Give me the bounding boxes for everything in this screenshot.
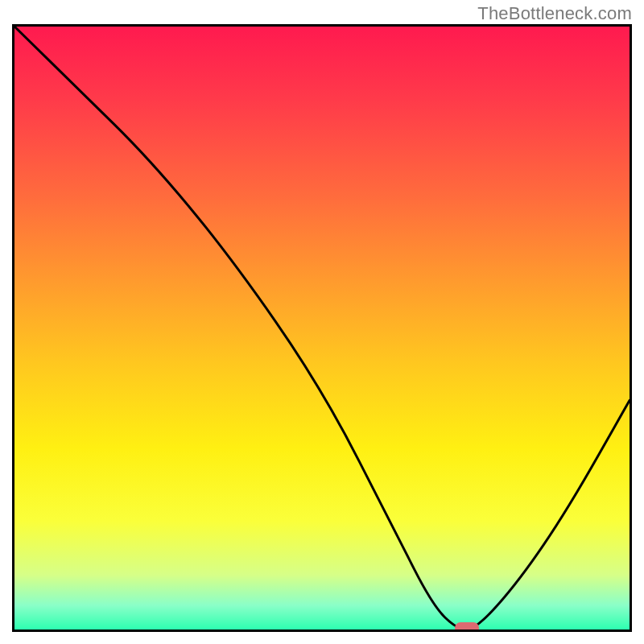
chart-line-path	[14, 27, 630, 630]
optimum-marker	[455, 622, 479, 632]
watermark-text: TheBottleneck.com	[477, 3, 632, 24]
line-chart-svg	[14, 27, 630, 630]
chart-frame	[12, 24, 632, 632]
